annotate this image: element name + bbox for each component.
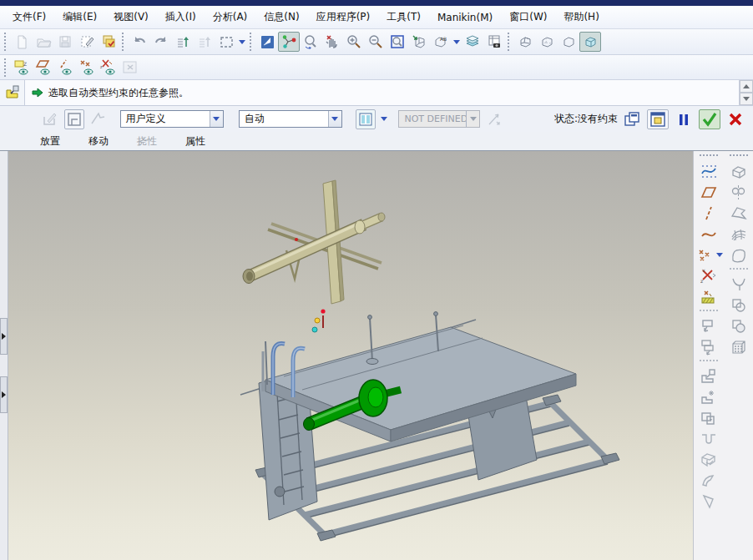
boundary-blend-icon[interactable]	[728, 224, 750, 245]
package-icon[interactable]	[698, 407, 720, 428]
zoom-out-icon[interactable]	[365, 32, 387, 52]
tab-move[interactable]: 移动	[88, 134, 109, 149]
sketch-tool-icon[interactable]	[698, 161, 720, 182]
merge-icon[interactable]	[728, 295, 750, 315]
toolbar-grip[interactable]	[730, 154, 748, 158]
toolbar-grip[interactable]	[250, 33, 254, 51]
pattern-icon[interactable]	[728, 336, 750, 357]
stop-hand-icon[interactable]	[321, 32, 343, 52]
move-window-icon[interactable]	[64, 109, 85, 129]
message-scrollbar[interactable]	[739, 80, 753, 105]
erase-icon[interactable]	[76, 32, 98, 52]
plane-filter-icon[interactable]	[256, 32, 278, 52]
constraint-type-combo[interactable]: 自动	[239, 110, 342, 128]
datum-plane-tool-icon[interactable]	[698, 182, 720, 203]
revolve-icon[interactable]	[728, 182, 750, 203]
trim-icon[interactable]	[728, 315, 750, 336]
zoom-in-icon[interactable]	[343, 32, 365, 52]
csys-display-icon[interactable]: z	[98, 58, 119, 78]
cancel-x-icon[interactable]	[725, 109, 746, 129]
view-manager-icon[interactable]	[483, 32, 505, 52]
axis-display-icon[interactable]	[54, 58, 76, 78]
point-display-icon[interactable]	[76, 58, 98, 78]
menu-help[interactable]: 帮助(H)	[556, 8, 606, 27]
layers-icon[interactable]	[462, 32, 483, 52]
sweep-icon[interactable]	[728, 203, 750, 224]
tab-placement[interactable]: 放置	[40, 134, 60, 149]
assemble-component-icon[interactable]	[698, 366, 720, 386]
datum-place-icon[interactable]	[40, 109, 61, 129]
datum-point-tool-icon[interactable]	[693, 245, 715, 265]
selection-caret[interactable]	[237, 32, 247, 52]
copy-geometry-icon[interactable]	[698, 315, 720, 336]
refit-icon[interactable]	[387, 32, 408, 52]
ok-check-icon[interactable]	[699, 109, 720, 129]
spin-center-icon[interactable]	[300, 32, 321, 52]
redo-icon[interactable]	[150, 32, 172, 52]
style-icon[interactable]	[728, 245, 750, 265]
pause-icon[interactable]	[673, 109, 695, 129]
menu-window[interactable]: 窗口(W)	[502, 8, 554, 27]
pointer-icon[interactable]	[88, 109, 109, 129]
model-viewport[interactable]	[8, 151, 693, 560]
regenerate-list-icon[interactable]	[172, 32, 194, 52]
extrude-icon[interactable]	[728, 161, 750, 182]
chamfer-feature-icon[interactable]	[698, 491, 720, 512]
menu-manikin[interactable]: Manikin(M)	[430, 9, 500, 26]
constraint-set-combo[interactable]: 用户定义	[120, 110, 224, 128]
child-window-icon[interactable]	[621, 109, 643, 129]
sash-open-icon[interactable]	[0, 376, 8, 413]
shell-icon[interactable]	[698, 449, 720, 470]
drag-component-icon[interactable]	[278, 32, 300, 52]
regenerate-icon[interactable]	[98, 32, 119, 52]
sash-open-icon[interactable]	[0, 318, 8, 355]
new-file-icon[interactable]	[11, 32, 33, 52]
annotation-toggle-icon[interactable]	[119, 58, 141, 78]
create-component-icon[interactable]	[698, 386, 720, 407]
split-window-caret[interactable]	[379, 109, 388, 129]
flip-constraint-icon[interactable]	[483, 109, 504, 129]
round-tool-icon[interactable]	[728, 274, 750, 295]
datum-axis-tool-icon[interactable]	[698, 203, 720, 224]
hole-icon[interactable]	[698, 428, 720, 449]
shaded-icon[interactable]	[579, 32, 601, 52]
selection-box-icon[interactable]	[215, 32, 237, 52]
drag-handle-marker[interactable]	[312, 309, 326, 332]
toolbar-grip[interactable]	[4, 33, 8, 51]
toolbar-grip[interactable]	[700, 154, 718, 158]
split-window-icon[interactable]	[356, 109, 376, 129]
datum-csys-tool-icon[interactable]: zv	[698, 265, 720, 286]
menu-analysis[interactable]: 分析(A)	[205, 8, 255, 27]
scroll-up-icon[interactable]	[740, 80, 753, 93]
open-file-icon[interactable]	[33, 32, 54, 52]
menu-view[interactable]: 视图(V)	[106, 8, 156, 27]
undo-icon[interactable]	[129, 32, 150, 52]
menu-insert[interactable]: 插入(I)	[158, 8, 204, 27]
update-list-icon[interactable]	[194, 32, 215, 52]
menu-applications[interactable]: 应用程序(P)	[309, 8, 378, 27]
round-feature-icon[interactable]	[698, 470, 720, 491]
analysis-point-icon[interactable]	[698, 286, 720, 307]
scroll-down-icon[interactable]	[740, 93, 753, 105]
no-hidden-icon[interactable]	[558, 32, 579, 52]
toolbar-grip[interactable]	[4, 58, 8, 77]
tab-properties[interactable]: 属性	[185, 134, 205, 149]
menu-file[interactable]: 文件(F)	[5, 8, 53, 27]
saved-views-icon[interactable]: AB	[430, 32, 452, 52]
combo-caret-icon[interactable]	[210, 111, 223, 127]
saved-views-caret[interactable]	[452, 32, 462, 52]
wireframe-icon[interactable]	[514, 32, 536, 52]
main-window-icon[interactable]	[647, 109, 669, 129]
hidden-line-icon[interactable]	[536, 32, 558, 52]
save-icon[interactable]	[54, 32, 76, 52]
menu-info[interactable]: 信息(N)	[256, 8, 306, 27]
menu-edit[interactable]: 编辑(E)	[55, 8, 104, 27]
menu-tools[interactable]: 工具(T)	[379, 8, 428, 27]
combo-caret-icon[interactable]	[328, 111, 341, 127]
toolbar-grip[interactable]	[508, 33, 512, 51]
plane-tag-display-icon[interactable]	[33, 58, 54, 78]
plane-display-icon[interactable]: Z	[11, 58, 33, 78]
datum-curve-tool-icon[interactable]	[698, 224, 720, 245]
toolbar-grip[interactable]	[122, 33, 126, 51]
publish-geometry-icon[interactable]	[698, 336, 720, 357]
